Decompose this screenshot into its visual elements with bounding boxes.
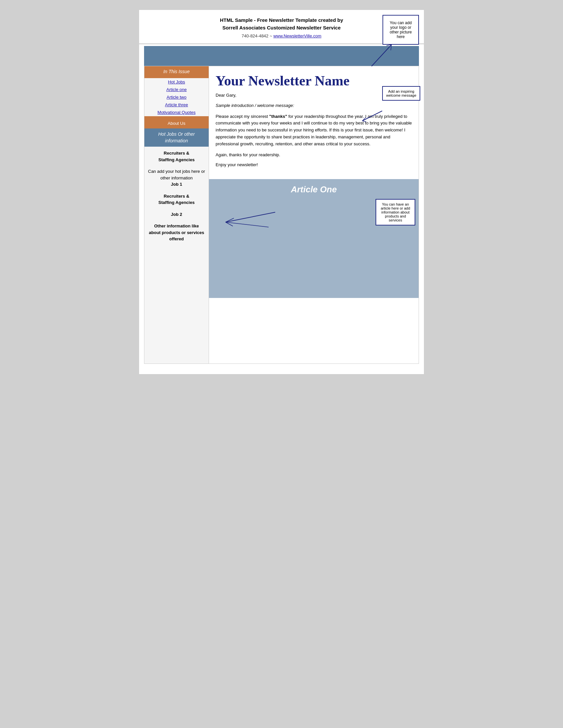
sidebar-recruiters-block: Recruiters &Staffing Agencies [148, 150, 205, 163]
intro-italic: Sample introduction / welcome message: [215, 102, 412, 109]
sidebar-hot-jobs-header: Hot Jobs Or other information [144, 128, 209, 147]
sidebar-recruiters2-label: Recruiters &Staffing Agencies [148, 193, 205, 206]
welcome-arrow-icon [359, 109, 386, 122]
sidebar-job2-label: Job 2 [148, 211, 205, 218]
sidebar-content: Recruiters &Staffing Agencies Can add yo… [144, 147, 209, 251]
sidebar-recruiters-label: Recruiters &Staffing Agencies [148, 150, 205, 163]
logo-box: You can add your logo or other picture h… [383, 15, 419, 45]
sidebar-other-info-block: Other information like about products or… [148, 223, 205, 242]
enjoy-line: Enjoy your newsletter! [215, 162, 412, 169]
svg-line-6 [225, 212, 275, 222]
svg-line-3 [362, 111, 382, 121]
sidebar-about-us: About Us [144, 120, 209, 128]
content-body: Dear Gary, Sample introduction / welcome… [209, 92, 419, 179]
page-wrapper: HTML Sample - Free Newsletter Template c… [139, 10, 424, 374]
svg-line-9 [225, 222, 268, 227]
article-one-title: Article One [209, 179, 419, 199]
main-area: In This Issue Hot Jobs Article one Artic… [144, 66, 419, 364]
sidebar-other-info-label: Other information like about products or… [148, 223, 205, 242]
sidebar-item-hot-jobs[interactable]: Hot Jobs [144, 78, 209, 86]
sidebar-item-article-three[interactable]: Article three [144, 101, 209, 109]
sidebar: In This Issue Hot Jobs Article one Artic… [144, 66, 209, 364]
header-title: HTML Sample - Free Newsletter Template c… [142, 17, 421, 31]
sidebar-job2-block: Job 2 [148, 211, 205, 218]
thanks-line: Again, thanks for your readership. [215, 152, 412, 159]
sidebar-job1-label: Job 1 [148, 181, 205, 188]
sidebar-in-this-issue: In This Issue [144, 66, 209, 77]
sidebar-item-article-two[interactable]: Article two [144, 93, 209, 101]
sidebar-can-add-block: Can add your hot jobs here or other info… [148, 168, 205, 188]
header-section: HTML Sample - Free Newsletter Template c… [139, 10, 424, 42]
svg-line-5 [362, 121, 366, 122]
sidebar-recruiters2-block: Recruiters &Staffing Agencies [148, 193, 205, 206]
thanks-bold: "thanks" [269, 114, 287, 119]
logo-arrow-icon [368, 43, 395, 70]
sidebar-item-motivational[interactable]: Motivational Quotes [144, 109, 209, 116]
svg-line-0 [372, 45, 392, 66]
header-phone: 740-824-4842 ~ www.NewsletterVille.com [142, 33, 421, 38]
sidebar-item-article-one[interactable]: Article one [144, 86, 209, 93]
article-one-box: You can have an article here or add info… [376, 199, 415, 225]
article-one-section: Article One You can have an article here… [209, 179, 419, 298]
content-area: Add an inspiring welcome message Your Ne… [209, 66, 419, 364]
sidebar-nav: Hot Jobs Article one Article two Article… [144, 77, 209, 120]
sidebar-can-add-label: Can add your hot jobs here or other info… [148, 168, 205, 181]
website-link[interactable]: www.NewsletterVille.com [273, 33, 321, 38]
article-arrow-icon [219, 209, 285, 229]
welcome-box: Add an inspiring welcome message [382, 86, 420, 101]
